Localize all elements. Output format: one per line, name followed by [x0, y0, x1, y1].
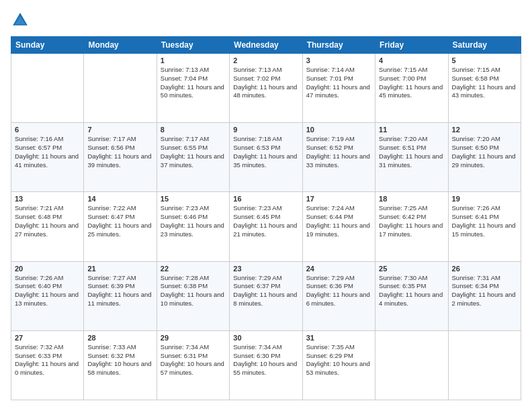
empty-cell — [11, 54, 84, 123]
day-number: 9 — [233, 126, 298, 134]
weekday-header-sunday: Sunday — [11, 37, 84, 54]
day-cell-8: 8Sunrise: 7:17 AM Sunset: 6:55 PM Daylig… — [157, 123, 229, 192]
day-cell-29: 29Sunrise: 7:34 AM Sunset: 6:31 PM Dayli… — [157, 330, 229, 400]
day-cell-31: 31Sunrise: 7:35 AM Sunset: 6:29 PM Dayli… — [302, 330, 375, 400]
day-cell-24: 24Sunrise: 7:29 AM Sunset: 6:36 PM Dayli… — [302, 261, 375, 330]
day-info: Sunrise: 7:17 AM Sunset: 6:56 PM Dayligh… — [87, 135, 152, 169]
day-number: 1 — [161, 56, 226, 64]
day-number: 30 — [233, 334, 298, 342]
logo-icon — [11, 11, 30, 30]
day-info: Sunrise: 7:22 AM Sunset: 6:47 PM Dayligh… — [87, 204, 152, 238]
weekday-header-saturday: Saturday — [448, 37, 521, 54]
day-info: Sunrise: 7:34 AM Sunset: 6:31 PM Dayligh… — [161, 343, 226, 377]
day-info: Sunrise: 7:35 AM Sunset: 6:29 PM Dayligh… — [306, 343, 371, 377]
weekday-header-tuesday: Tuesday — [157, 37, 229, 54]
day-cell-22: 22Sunrise: 7:28 AM Sunset: 6:38 PM Dayli… — [157, 261, 229, 330]
day-number: 7 — [87, 126, 152, 134]
day-cell-6: 6Sunrise: 7:16 AM Sunset: 6:57 PM Daylig… — [11, 123, 84, 192]
day-number: 20 — [15, 265, 80, 273]
day-info: Sunrise: 7:14 AM Sunset: 7:01 PM Dayligh… — [306, 66, 371, 100]
day-number: 29 — [161, 334, 226, 342]
day-number: 14 — [87, 195, 152, 203]
day-info: Sunrise: 7:20 AM Sunset: 6:51 PM Dayligh… — [379, 135, 444, 169]
day-number: 31 — [306, 334, 371, 342]
day-info: Sunrise: 7:15 AM Sunset: 7:00 PM Dayligh… — [379, 66, 444, 100]
day-number: 12 — [452, 126, 517, 134]
day-cell-26: 26Sunrise: 7:31 AM Sunset: 6:34 PM Dayli… — [448, 261, 521, 330]
day-number: 24 — [306, 265, 371, 273]
day-number: 4 — [379, 56, 444, 64]
day-cell-7: 7Sunrise: 7:17 AM Sunset: 6:56 PM Daylig… — [84, 123, 157, 192]
day-info: Sunrise: 7:34 AM Sunset: 6:30 PM Dayligh… — [233, 343, 298, 377]
day-cell-17: 17Sunrise: 7:24 AM Sunset: 6:44 PM Dayli… — [302, 192, 375, 261]
day-number: 26 — [452, 265, 517, 273]
day-number: 8 — [161, 126, 226, 134]
day-number: 19 — [452, 195, 517, 203]
day-info: Sunrise: 7:13 AM Sunset: 7:04 PM Dayligh… — [161, 66, 226, 100]
day-number: 16 — [233, 195, 298, 203]
day-info: Sunrise: 7:24 AM Sunset: 6:44 PM Dayligh… — [306, 204, 371, 238]
day-info: Sunrise: 7:20 AM Sunset: 6:50 PM Dayligh… — [452, 135, 517, 169]
day-cell-10: 10Sunrise: 7:19 AM Sunset: 6:52 PM Dayli… — [302, 123, 375, 192]
day-number: 18 — [379, 195, 444, 203]
weekday-header-row: SundayMondayTuesdayWednesdayThursdayFrid… — [11, 37, 521, 54]
day-cell-13: 13Sunrise: 7:21 AM Sunset: 6:48 PM Dayli… — [11, 192, 84, 261]
day-cell-4: 4Sunrise: 7:15 AM Sunset: 7:00 PM Daylig… — [375, 54, 448, 123]
week-row-2: 6Sunrise: 7:16 AM Sunset: 6:57 PM Daylig… — [11, 123, 521, 192]
day-number: 28 — [87, 334, 152, 342]
day-number: 13 — [15, 195, 80, 203]
day-cell-5: 5Sunrise: 7:15 AM Sunset: 6:58 PM Daylig… — [448, 54, 521, 123]
day-cell-2: 2Sunrise: 7:13 AM Sunset: 7:02 PM Daylig… — [230, 54, 302, 123]
day-cell-16: 16Sunrise: 7:23 AM Sunset: 6:45 PM Dayli… — [230, 192, 302, 261]
calendar-body: 1Sunrise: 7:13 AM Sunset: 7:04 PM Daylig… — [11, 54, 521, 400]
header — [11, 11, 521, 30]
day-cell-1: 1Sunrise: 7:13 AM Sunset: 7:04 PM Daylig… — [157, 54, 229, 123]
page: SundayMondayTuesdayWednesdayThursdayFrid… — [0, 0, 532, 411]
day-cell-28: 28Sunrise: 7:33 AM Sunset: 6:32 PM Dayli… — [84, 330, 157, 400]
day-cell-25: 25Sunrise: 7:30 AM Sunset: 6:35 PM Dayli… — [375, 261, 448, 330]
empty-cell — [375, 330, 448, 400]
calendar-table: SundayMondayTuesdayWednesdayThursdayFrid… — [11, 36, 521, 400]
day-number: 10 — [306, 126, 371, 134]
day-info: Sunrise: 7:29 AM Sunset: 6:36 PM Dayligh… — [306, 274, 371, 308]
day-info: Sunrise: 7:23 AM Sunset: 6:45 PM Dayligh… — [233, 204, 298, 238]
day-number: 11 — [379, 126, 444, 134]
weekday-header-monday: Monday — [84, 37, 157, 54]
day-info: Sunrise: 7:32 AM Sunset: 6:33 PM Dayligh… — [15, 343, 80, 377]
day-info: Sunrise: 7:28 AM Sunset: 6:38 PM Dayligh… — [161, 274, 226, 308]
day-info: Sunrise: 7:25 AM Sunset: 6:42 PM Dayligh… — [379, 204, 444, 238]
day-info: Sunrise: 7:23 AM Sunset: 6:46 PM Dayligh… — [161, 204, 226, 238]
day-number: 21 — [87, 265, 152, 273]
day-info: Sunrise: 7:31 AM Sunset: 6:34 PM Dayligh… — [452, 274, 517, 308]
day-cell-27: 27Sunrise: 7:32 AM Sunset: 6:33 PM Dayli… — [11, 330, 84, 400]
day-number: 15 — [161, 195, 226, 203]
day-info: Sunrise: 7:27 AM Sunset: 6:39 PM Dayligh… — [87, 274, 152, 308]
week-row-5: 27Sunrise: 7:32 AM Sunset: 6:33 PM Dayli… — [11, 330, 521, 400]
day-cell-19: 19Sunrise: 7:26 AM Sunset: 6:41 PM Dayli… — [448, 192, 521, 261]
day-number: 25 — [379, 265, 444, 273]
day-info: Sunrise: 7:26 AM Sunset: 6:40 PM Dayligh… — [15, 274, 80, 308]
day-number: 22 — [161, 265, 226, 273]
day-number: 5 — [452, 56, 517, 64]
day-cell-11: 11Sunrise: 7:20 AM Sunset: 6:51 PM Dayli… — [375, 123, 448, 192]
day-info: Sunrise: 7:18 AM Sunset: 6:53 PM Dayligh… — [233, 135, 298, 169]
weekday-header-thursday: Thursday — [302, 37, 375, 54]
weekday-header-wednesday: Wednesday — [230, 37, 302, 54]
day-cell-14: 14Sunrise: 7:22 AM Sunset: 6:47 PM Dayli… — [84, 192, 157, 261]
week-row-3: 13Sunrise: 7:21 AM Sunset: 6:48 PM Dayli… — [11, 192, 521, 261]
day-info: Sunrise: 7:15 AM Sunset: 6:58 PM Dayligh… — [452, 66, 517, 100]
empty-cell — [84, 54, 157, 123]
day-cell-15: 15Sunrise: 7:23 AM Sunset: 6:46 PM Dayli… — [157, 192, 229, 261]
weekday-header-friday: Friday — [375, 37, 448, 54]
day-info: Sunrise: 7:26 AM Sunset: 6:41 PM Dayligh… — [452, 204, 517, 238]
day-info: Sunrise: 7:29 AM Sunset: 6:37 PM Dayligh… — [233, 274, 298, 308]
week-row-1: 1Sunrise: 7:13 AM Sunset: 7:04 PM Daylig… — [11, 54, 521, 123]
day-info: Sunrise: 7:33 AM Sunset: 6:32 PM Dayligh… — [87, 343, 152, 377]
day-info: Sunrise: 7:17 AM Sunset: 6:55 PM Dayligh… — [161, 135, 226, 169]
day-info: Sunrise: 7:19 AM Sunset: 6:52 PM Dayligh… — [306, 135, 371, 169]
day-cell-23: 23Sunrise: 7:29 AM Sunset: 6:37 PM Dayli… — [230, 261, 302, 330]
day-number: 2 — [233, 56, 298, 64]
day-number: 17 — [306, 195, 371, 203]
day-number: 3 — [306, 56, 371, 64]
day-number: 6 — [15, 126, 80, 134]
